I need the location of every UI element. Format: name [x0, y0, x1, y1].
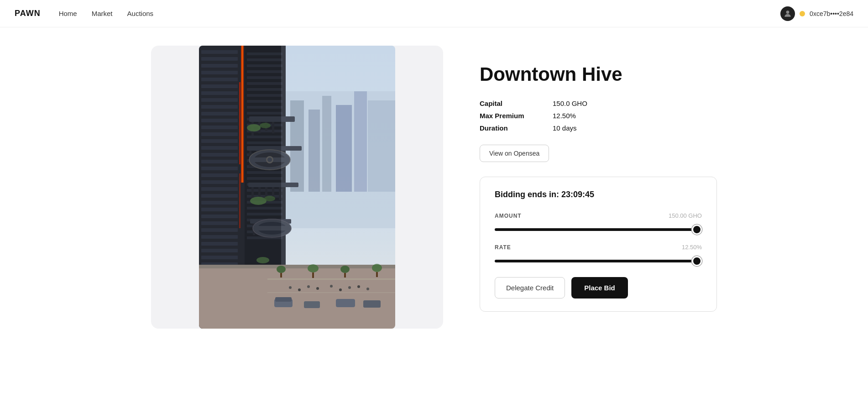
- svg-rect-11: [201, 57, 238, 61]
- svg-rect-32: [201, 201, 238, 204]
- wallet-status-dot: [800, 11, 805, 16]
- meta-premium: Max Premium 12.50%: [480, 112, 717, 120]
- svg-point-122: [316, 287, 319, 290]
- svg-rect-17: [201, 98, 238, 102]
- svg-point-106: [267, 157, 272, 162]
- amount-label: AMOUNT: [495, 213, 522, 219]
- svg-rect-59: [247, 141, 282, 144]
- svg-point-112: [250, 197, 267, 205]
- svg-point-121: [307, 285, 310, 288]
- svg-rect-54: [247, 112, 282, 115]
- place-bid-button[interactable]: Place Bid: [571, 277, 628, 299]
- rate-section: RATE 12.50%: [495, 244, 702, 264]
- svg-rect-118: [267, 292, 395, 293]
- svg-rect-29: [201, 180, 238, 184]
- meta-capital: Capital 150.0 GHO: [480, 100, 717, 107]
- svg-rect-141: [281, 46, 395, 265]
- svg-rect-15: [201, 84, 238, 88]
- nav-links: Home Market Auctions: [59, 10, 762, 17]
- svg-rect-77: [242, 46, 243, 183]
- delegate-credit-button[interactable]: Delegate Credit: [495, 277, 565, 299]
- svg-point-110: [247, 124, 261, 131]
- svg-rect-139: [336, 299, 355, 307]
- meta-duration: Duration 10 days: [480, 124, 717, 132]
- svg-rect-23: [201, 139, 238, 143]
- svg-point-134: [372, 264, 382, 272]
- svg-rect-79: [239, 173, 241, 228]
- detail-panel: Downtown Hive Capital 150.0 GHO Max Prem…: [480, 46, 717, 312]
- svg-rect-84: [272, 122, 274, 133]
- svg-rect-140: [363, 300, 381, 308]
- duration-label: Duration: [480, 124, 553, 132]
- svg-point-0: [786, 10, 790, 14]
- opensea-button[interactable]: View on Opensea: [480, 145, 549, 162]
- premium-value: 12.50%: [553, 112, 576, 120]
- svg-rect-18: [201, 105, 238, 109]
- svg-rect-115: [199, 265, 395, 329]
- rate-label: RATE: [495, 244, 511, 251]
- svg-rect-38: [201, 242, 238, 246]
- svg-rect-71: [247, 213, 282, 215]
- nav-home[interactable]: Home: [59, 10, 77, 17]
- svg-rect-137: [275, 297, 292, 302]
- svg-point-113: [264, 196, 275, 201]
- svg-rect-33: [201, 208, 238, 211]
- svg-rect-30: [201, 187, 238, 191]
- svg-rect-27: [201, 167, 238, 170]
- svg-rect-22: [201, 132, 238, 136]
- svg-rect-10: [201, 50, 238, 54]
- svg-rect-133: [344, 273, 346, 278]
- nft-image-container: [199, 46, 395, 329]
- svg-rect-44: [247, 52, 282, 55]
- svg-rect-25: [201, 153, 238, 157]
- duration-value: 10 days: [553, 124, 577, 132]
- svg-rect-50: [247, 88, 282, 91]
- svg-rect-28: [201, 173, 238, 177]
- premium-label: Max Premium: [480, 112, 553, 120]
- svg-rect-53: [247, 106, 282, 109]
- svg-rect-39: [201, 249, 238, 252]
- amount-section: AMOUNT 150.00 GHO: [495, 212, 702, 233]
- capital-value: 150.0 GHO: [553, 100, 587, 107]
- svg-rect-47: [247, 70, 282, 73]
- svg-point-128: [277, 266, 286, 273]
- svg-point-132: [340, 266, 350, 273]
- svg-rect-14: [201, 78, 238, 81]
- rate-slider[interactable]: [495, 260, 702, 262]
- svg-rect-129: [280, 273, 282, 278]
- svg-point-124: [339, 288, 342, 291]
- rate-value: 12.50%: [682, 244, 702, 251]
- svg-rect-65: [247, 177, 282, 180]
- amount-value: 150.00 GHO: [669, 212, 702, 219]
- nav-market[interactable]: Market: [92, 10, 113, 17]
- svg-point-123: [330, 285, 333, 288]
- svg-rect-12: [201, 64, 238, 68]
- svg-rect-95: [272, 187, 274, 197]
- brand-logo: PAWN: [15, 9, 41, 18]
- svg-point-125: [348, 286, 351, 289]
- amount-slider[interactable]: [495, 228, 702, 231]
- item-title: Downtown Hive: [480, 64, 717, 85]
- svg-rect-64: [247, 171, 282, 174]
- svg-rect-24: [201, 146, 238, 150]
- svg-rect-93: [258, 187, 261, 197]
- svg-rect-31: [201, 194, 238, 198]
- svg-rect-26: [201, 160, 238, 163]
- rate-header: RATE 12.50%: [495, 244, 702, 251]
- svg-rect-19: [201, 112, 238, 115]
- svg-rect-48: [247, 76, 282, 79]
- svg-rect-96: [279, 187, 281, 200]
- svg-rect-36: [201, 228, 238, 232]
- nav-auctions[interactable]: Auctions: [127, 10, 154, 17]
- svg-rect-35: [201, 221, 238, 225]
- svg-rect-117: [267, 278, 395, 280]
- svg-rect-52: [247, 100, 282, 103]
- amount-header: AMOUNT 150.00 GHO: [495, 212, 702, 219]
- svg-rect-49: [247, 82, 282, 85]
- action-buttons: Delegate Credit Place Bid: [495, 277, 702, 299]
- svg-rect-45: [247, 58, 282, 61]
- wallet-address: 0xce7b••••2e84: [810, 10, 853, 17]
- wallet-avatar[interactable]: [780, 6, 795, 21]
- svg-point-111: [260, 123, 271, 128]
- svg-rect-34: [201, 215, 238, 218]
